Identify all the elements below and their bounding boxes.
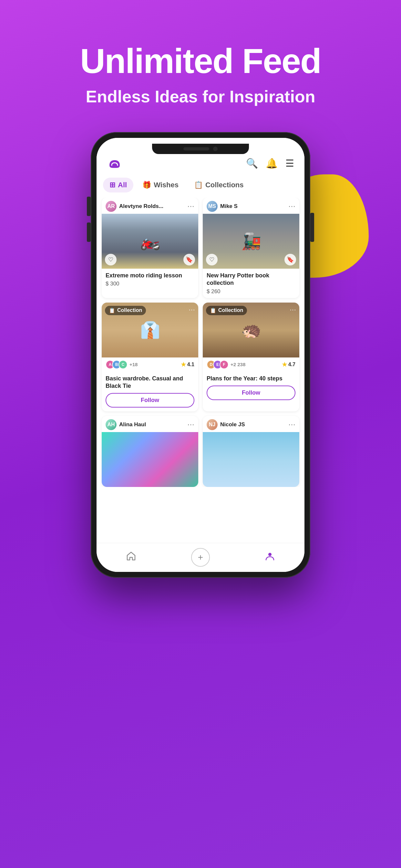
avatars-stack: A B C +18 xyxy=(105,360,137,369)
card-user: AR Alevtyne Rolds... xyxy=(105,201,163,212)
rating: ★ 4.7 xyxy=(282,361,296,368)
abstract-image xyxy=(102,432,198,487)
collection-more-button[interactable]: ⋯ xyxy=(189,306,195,314)
stack-count: +2 238 xyxy=(230,362,245,367)
card-image xyxy=(203,432,299,487)
card-user: MS Mike S xyxy=(207,201,238,212)
svg-point-0 xyxy=(268,553,272,556)
feed-card-plans: 📋 Collection ⋯ D E F +2 238 ★ xyxy=(203,303,299,412)
rating-value: 4.1 xyxy=(187,362,194,368)
home-icon xyxy=(126,551,136,564)
stack-avatar: C xyxy=(119,360,127,369)
vol-down-button xyxy=(87,222,91,242)
feed-card-moto: AR Alevtyne Rolds... ⋯ ♡ 🔖 Extreme mo xyxy=(102,197,198,298)
card-title: Plans for the Year: 40 steps xyxy=(207,375,296,382)
hero-subtitle: Endless Ideas for Inspiration xyxy=(80,87,321,106)
tab-wishes[interactable]: 🎁 Wishes xyxy=(136,178,185,192)
feed-card-wardrobe: 📋 Collection ⋯ A B C +18 ★ xyxy=(102,303,198,412)
avatar: AH xyxy=(105,419,117,430)
tab-collections-label: Collections xyxy=(205,181,244,189)
card-body: Plans for the Year: 40 steps xyxy=(203,372,299,385)
card-header: AR Alevtyne Rolds... ⋯ xyxy=(102,197,198,214)
power-button xyxy=(310,213,314,242)
bookmark-button[interactable]: 🔖 xyxy=(284,254,296,266)
collection-icon: 📋 xyxy=(109,307,115,314)
card-more-button[interactable]: ⋯ xyxy=(288,421,296,429)
notch xyxy=(152,144,249,154)
username: Alevtyne Rolds... xyxy=(119,203,163,210)
phone-body: 🔍 🔔 ☰ ⊞ All 🎁 Wishes 📋 Collections xyxy=(91,132,310,578)
collections-icon: 📋 xyxy=(194,181,203,189)
add-button[interactable]: + xyxy=(191,548,210,567)
avatar: NJ xyxy=(207,419,218,430)
card-image: ♡ 🔖 xyxy=(102,214,198,269)
nav-add[interactable]: + xyxy=(191,548,210,567)
collection-icon: 📋 xyxy=(210,307,216,314)
tab-bar: ⊞ All 🎁 Wishes 📋 Collections xyxy=(96,178,305,197)
hero-title: Unlimited Feed xyxy=(80,42,321,81)
nav-profile[interactable] xyxy=(260,548,280,567)
collection-meta: A B C +18 ★ 4.1 xyxy=(102,358,198,372)
card-action-buttons: ♡ 🔖 xyxy=(206,254,296,266)
vol-up-button xyxy=(87,197,91,216)
card-body: New Harry Potter book collection $ 260 xyxy=(203,269,299,298)
collection-label: Collection xyxy=(117,307,142,313)
phone-mockup: 🔍 🔔 ☰ ⊞ All 🎁 Wishes 📋 Collections xyxy=(91,132,310,578)
stack-count: +18 xyxy=(129,362,137,367)
wishes-icon: 🎁 xyxy=(143,181,151,189)
card-image: ♡ 🔖 xyxy=(203,214,299,269)
rating-value: 4.7 xyxy=(288,362,296,368)
card-body: Extreme moto riding lesson $ 300 xyxy=(102,269,198,290)
tab-collections[interactable]: 📋 Collections xyxy=(188,178,250,192)
card-title: Basic wardrobe. Casual and Black Tie xyxy=(105,375,194,390)
collection-badge: 📋 Collection xyxy=(206,306,247,315)
search-icon[interactable]: 🔍 xyxy=(246,158,258,169)
speaker xyxy=(183,147,209,151)
like-button[interactable]: ♡ xyxy=(206,254,218,266)
star-icon: ★ xyxy=(282,361,287,368)
notification-icon[interactable]: 🔔 xyxy=(266,158,278,169)
hero-section: Unlimited Feed Endless Ideas for Inspira… xyxy=(80,42,321,106)
card-image: 📋 Collection ⋯ xyxy=(203,303,299,358)
feed-card-hp: MS Mike S ⋯ ♡ 🔖 New Harry Potter book xyxy=(203,197,299,298)
menu-icon[interactable]: ☰ xyxy=(285,158,294,169)
card-price: $ 260 xyxy=(207,288,296,295)
card-header: MS Mike S ⋯ xyxy=(203,197,299,214)
profile-icon xyxy=(265,551,275,564)
add-icon: + xyxy=(198,553,203,562)
card-title: Extreme moto riding lesson xyxy=(105,272,194,279)
card-body: Basic wardrobe. Casual and Black Tie xyxy=(102,372,198,393)
card-more-button[interactable]: ⋯ xyxy=(288,202,296,211)
card-price: $ 300 xyxy=(105,281,194,287)
phone-screen: 🔍 🔔 ☰ ⊞ All 🎁 Wishes 📋 Collections xyxy=(96,138,305,572)
feed-card-nicole: NJ Nicole JS ⋯ xyxy=(203,416,299,487)
bookmark-button[interactable]: 🔖 xyxy=(183,254,195,266)
card-user: AH Alina Haul xyxy=(105,419,146,430)
app-logo[interactable] xyxy=(107,156,122,171)
card-header: NJ Nicole JS ⋯ xyxy=(203,416,299,432)
all-icon: ⊞ xyxy=(110,181,115,189)
username: Nicole JS xyxy=(220,422,245,428)
username: Mike S xyxy=(220,203,238,210)
tab-all-label: All xyxy=(118,181,127,189)
avatar: MS xyxy=(207,201,218,212)
card-header: AH Alina Haul ⋯ xyxy=(102,416,198,432)
collection-more-button[interactable]: ⋯ xyxy=(289,306,296,314)
collection-meta: D E F +2 238 ★ 4.7 xyxy=(203,358,299,372)
avatar: AR xyxy=(105,201,117,212)
feed-card-alina: AH Alina Haul ⋯ xyxy=(102,416,198,487)
tab-all[interactable]: ⊞ All xyxy=(103,178,133,192)
collection-label: Collection xyxy=(218,307,243,313)
nav-home[interactable] xyxy=(121,548,141,567)
card-user: NJ Nicole JS xyxy=(207,419,245,430)
bottom-navigation: + xyxy=(96,543,305,572)
username: Alina Haul xyxy=(119,422,146,428)
follow-button-plans[interactable]: Follow xyxy=(207,385,296,400)
tab-wishes-label: Wishes xyxy=(154,181,179,189)
card-more-button[interactable]: ⋯ xyxy=(187,202,194,211)
card-image xyxy=(102,432,198,487)
avatars-stack: D E F +2 238 xyxy=(207,360,245,369)
like-button[interactable]: ♡ xyxy=(105,254,117,266)
card-more-button[interactable]: ⋯ xyxy=(187,421,194,429)
follow-button-wardrobe[interactable]: Follow xyxy=(105,393,194,407)
